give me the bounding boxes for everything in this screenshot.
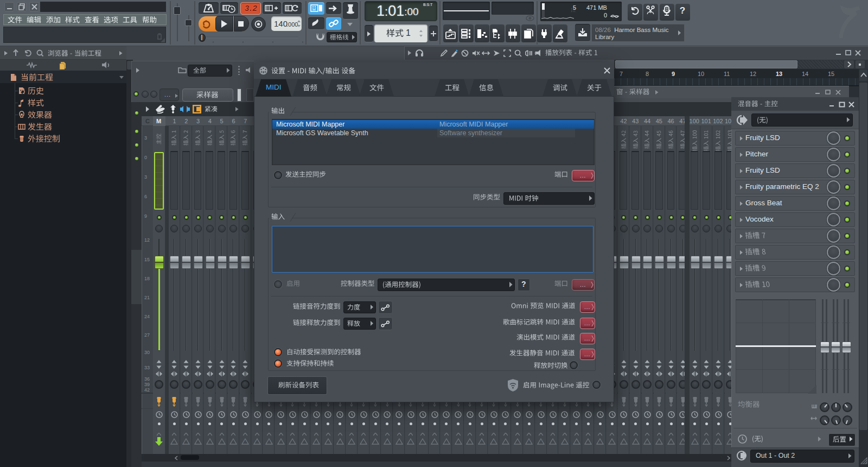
svg-text:?: ? [680, 5, 685, 16]
